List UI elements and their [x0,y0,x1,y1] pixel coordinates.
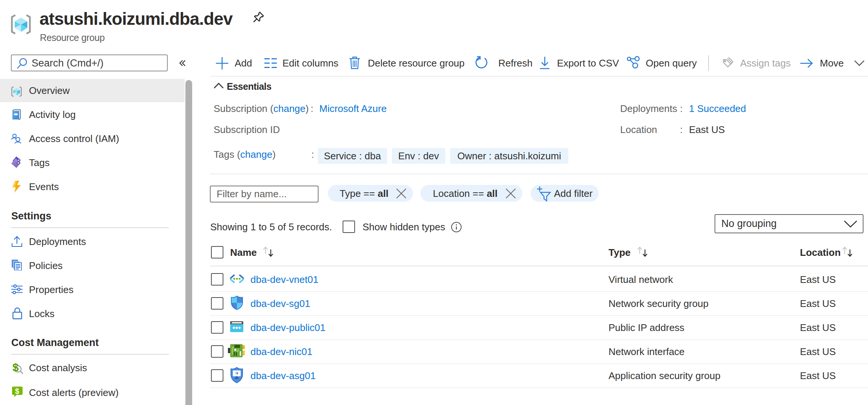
svg-text:$: $ [12,361,19,373]
svg-text:$: $ [15,387,19,395]
